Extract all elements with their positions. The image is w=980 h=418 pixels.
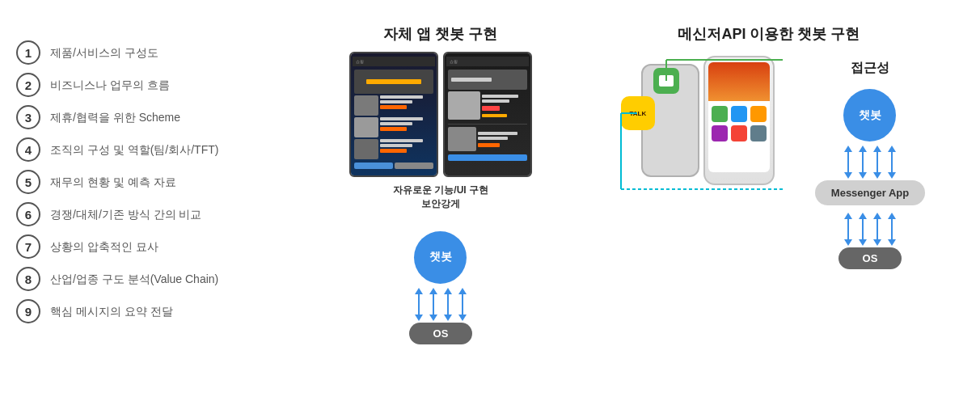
list-text-7: 상황의 압축적인 묘사 — [50, 239, 158, 254]
arrowhead-up-r4 — [888, 146, 896, 152]
list-number-1: 1 — [16, 40, 40, 65]
list-item-7: 7 상황의 압축적인 묘사 — [16, 234, 307, 259]
list-item-4: 4 조직의 구성 및 역할(팀/회사/TFT) — [16, 137, 307, 162]
arrow-r1 — [844, 146, 852, 179]
os-bar-middle: OS — [409, 323, 473, 344]
arrowhead-up-r3 — [873, 146, 881, 152]
arrow-r2 — [859, 146, 867, 179]
arrowhead-down-4 — [458, 315, 467, 321]
arrowhead-down-r8 — [888, 239, 896, 246]
arrows-group-middle — [415, 288, 467, 321]
arrow-r7 — [873, 213, 881, 246]
arrow-r8 — [888, 213, 896, 246]
arrowhead-down-2 — [429, 315, 437, 321]
arrowhead-down-1 — [415, 315, 423, 321]
green-app-icon — [653, 68, 679, 94]
page-container: 1 제품/서비스의 구성도 2 비즈니스나 업무의 흐름 3 제휴/협력을 위한… — [0, 0, 980, 418]
arrow-3 — [444, 288, 452, 321]
list-text-4: 조직의 구성 및 역할(팀/회사/TFT) — [50, 142, 218, 157]
arrowhead-up-3 — [444, 288, 452, 294]
arrowhead-up-2 — [429, 288, 437, 294]
list-text-8: 산업/업종 구도 분석(Value Chain) — [50, 272, 218, 286]
arrowhead-up-r2 — [859, 146, 867, 152]
right-panel-title: 메신저API 이용한 챗봇 구현 — [574, 24, 964, 44]
arrow-line-r1 — [847, 152, 849, 172]
arrow-line-2 — [433, 294, 434, 315]
list-number-4: 4 — [16, 137, 40, 162]
phone-cluster: TALK — [613, 52, 791, 193]
list-number-3: 3 — [16, 105, 40, 129]
arrow-r3 — [873, 146, 881, 179]
list-text-2: 비즈니스나 업무의 흐름 — [50, 78, 170, 92]
os-bar-right: OS — [838, 247, 902, 269]
arrow-line-4 — [462, 294, 463, 315]
phone-screenshots: 쇼핑 — [349, 52, 532, 177]
arrowhead-up-r8 — [888, 213, 896, 219]
arrow-2 — [429, 288, 437, 321]
list-number-8: 8 — [16, 267, 40, 291]
list-item-8: 8 산업/업종 구도 분석(Value Chain) — [16, 267, 307, 291]
list-item-5: 5 재무의 현황 및 예측 자료 — [16, 170, 307, 194]
arrow-line-r6 — [862, 219, 864, 239]
arrowhead-up-r5 — [844, 213, 852, 219]
arrowhead-down-r1 — [844, 172, 852, 179]
arrowhead-up-r6 — [859, 213, 867, 219]
arrowhead-down-r3 — [873, 172, 881, 179]
arrow-line-r2 — [862, 152, 864, 172]
arrow-r6 — [859, 213, 867, 246]
kakao-talk-icon: TALK — [621, 96, 655, 130]
arrow-r4 — [888, 146, 896, 179]
list-item-6: 6 경쟁/대체/기존 방식 간의 비교 — [16, 202, 307, 226]
arrow-r5 — [844, 213, 852, 246]
list-text-3: 제휴/협력을 위한 Scheme — [50, 110, 180, 125]
list-text-6: 경쟁/대체/기존 방식 간의 비교 — [50, 207, 201, 222]
right-subtitle: 접근성 — [851, 60, 889, 77]
list-number-5: 5 — [16, 170, 40, 194]
chatbot-diagram-middle: 챗봇 — [409, 231, 473, 344]
arrows-group-right2 — [844, 213, 896, 246]
phone-screen-left: 쇼핑 — [349, 52, 438, 177]
arrow-line-r4 — [891, 152, 893, 172]
arrowhead-up-4 — [458, 288, 467, 294]
arrowhead-up-r7 — [873, 213, 881, 219]
chatbot-bubble-right: 챗봇 — [843, 89, 896, 141]
list-text-9: 핵심 메시지의 요약 전달 — [50, 304, 173, 319]
arrow-line-r3 — [877, 152, 878, 172]
list-number-7: 7 — [16, 234, 40, 259]
list-item-2: 2 비즈니스나 업무의 흐름 — [16, 73, 307, 97]
arrow-line-1 — [418, 294, 420, 315]
screenshot-caption: 자유로운 기능/UI 구현 보안강게 — [393, 184, 488, 211]
arrow-1 — [415, 288, 423, 321]
arrowhead-down-3 — [444, 315, 452, 321]
middle-panel-title: 자체 앱 챗봇 구현 — [383, 24, 497, 44]
arrowhead-down-r2 — [859, 172, 867, 179]
list-item-1: 1 제품/서비스의 구성도 — [16, 40, 307, 65]
arrowhead-down-r4 — [888, 172, 896, 179]
left-panel: 1 제품/서비스의 구성도 2 비즈니스나 업무의 흐름 3 제휴/협력을 위한… — [16, 24, 307, 394]
arrow-line-r7 — [877, 219, 878, 239]
arrowhead-up-r1 — [844, 146, 852, 152]
list-text-1: 제품/서비스의 구성도 — [50, 45, 158, 60]
list-item-9: 9 핵심 메시지의 요약 전달 — [16, 299, 307, 323]
list-number-9: 9 — [16, 299, 40, 323]
arrowhead-up-1 — [415, 288, 423, 294]
arrowhead-down-r5 — [844, 239, 852, 246]
chatbot-bubble-middle: 챗봇 — [414, 231, 467, 284]
right-bottom-area: 접근성 챗봇 — [815, 52, 925, 269]
messenger-app-bar: Messenger App — [815, 180, 925, 205]
middle-panel: 자체 앱 챗봇 구현 쇼핑 — [315, 24, 566, 394]
list-number-6: 6 — [16, 202, 40, 226]
arrow-line-3 — [447, 294, 449, 315]
right-panel: 메신저API 이용한 챗봇 구현 — [574, 24, 964, 394]
list-number-2: 2 — [16, 73, 40, 97]
phone-screen-right: 쇼핑 — [443, 52, 532, 177]
arrows-group-right — [844, 146, 896, 179]
arrowhead-down-r6 — [859, 239, 867, 246]
arrow-line-r5 — [847, 219, 849, 239]
arrowhead-down-r7 — [873, 239, 881, 246]
list-text-5: 재무의 현황 및 예측 자료 — [50, 175, 176, 189]
arrow-line-r8 — [891, 219, 893, 239]
arrow-4 — [458, 288, 467, 321]
list-item-3: 3 제휴/협력을 위한 Scheme — [16, 105, 307, 129]
